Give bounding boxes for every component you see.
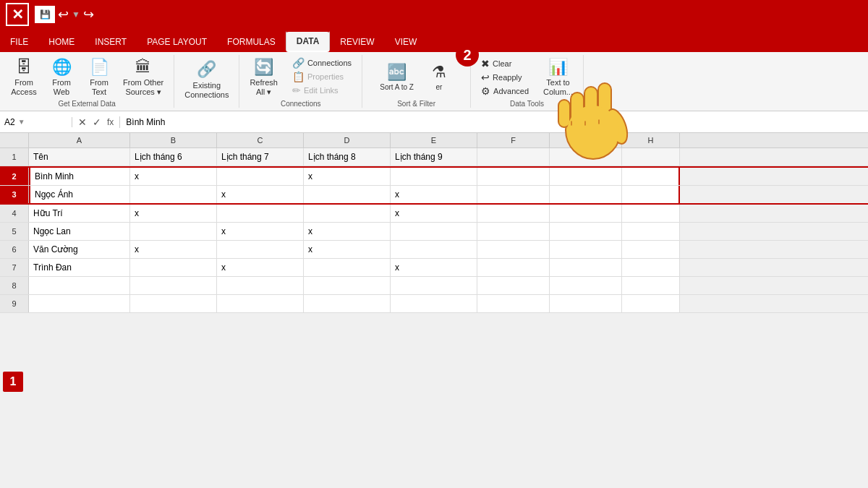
cell-a5[interactable]: Ngọc Lan bbox=[29, 223, 130, 240]
cell-f6[interactable] bbox=[477, 241, 550, 258]
cell-b3[interactable] bbox=[130, 186, 217, 203]
tab-home[interactable]: HOME bbox=[38, 32, 85, 52]
existing-connections-button[interactable]: 🔗 Existing Connections bbox=[180, 59, 233, 101]
cell-c7[interactable]: x bbox=[217, 259, 304, 276]
cell-e1[interactable]: Lịch tháng 9 bbox=[391, 148, 477, 166]
cell-b9[interactable] bbox=[130, 295, 217, 312]
cell-h7[interactable] bbox=[622, 259, 680, 276]
save-icon[interactable]: 💾 bbox=[35, 6, 55, 23]
redo-icon[interactable]: ↪ bbox=[83, 7, 94, 22]
cell-c8[interactable] bbox=[217, 277, 304, 294]
cell-h3[interactable] bbox=[622, 186, 680, 203]
tab-insert[interactable]: INSERT bbox=[85, 32, 137, 52]
cancel-formula-icon[interactable]: ✕ bbox=[78, 116, 87, 128]
cell-e3[interactable]: x bbox=[391, 186, 477, 203]
cell-b1[interactable]: Lịch tháng 6 bbox=[130, 148, 217, 166]
cell-f5[interactable] bbox=[477, 223, 550, 240]
cell-e2[interactable] bbox=[391, 168, 477, 185]
cell-h1[interactable] bbox=[622, 148, 680, 166]
tab-view[interactable]: VIEW bbox=[385, 32, 427, 52]
cell-e4[interactable]: x bbox=[391, 205, 477, 222]
cell-g3[interactable] bbox=[550, 186, 622, 203]
cell-c4[interactable] bbox=[217, 205, 304, 222]
cell-f3[interactable] bbox=[477, 186, 550, 203]
cell-a7[interactable]: Trình Đan bbox=[29, 259, 130, 276]
cell-f9[interactable] bbox=[477, 295, 550, 312]
cell-f7[interactable] bbox=[477, 259, 550, 276]
cell-a8[interactable] bbox=[29, 277, 130, 294]
sort-ascending-button[interactable]: 🔤 Sort A to Z bbox=[375, 56, 418, 98]
advanced-button[interactable]: ⚙ Advanced bbox=[477, 85, 533, 98]
cell-c1[interactable]: Lịch tháng 7 bbox=[217, 148, 304, 166]
cell-e7[interactable]: x bbox=[391, 259, 477, 276]
cell-g9[interactable] bbox=[550, 295, 622, 312]
cell-d3[interactable] bbox=[304, 186, 391, 203]
tab-formulas[interactable]: FORMULAS bbox=[217, 32, 286, 52]
cell-c9[interactable] bbox=[217, 295, 304, 312]
cell-h2[interactable] bbox=[622, 168, 680, 185]
cell-e9[interactable] bbox=[391, 295, 477, 312]
cell-a1[interactable]: Tên bbox=[29, 148, 130, 166]
clear-button[interactable]: ✖ Clear bbox=[477, 57, 533, 70]
cell-h5[interactable] bbox=[622, 223, 680, 240]
insert-function-icon[interactable]: fx bbox=[107, 117, 114, 127]
from-access-button[interactable]: 🗄 From Access bbox=[6, 56, 42, 98]
reapply-button[interactable]: ↩ Reapply bbox=[477, 71, 533, 84]
cell-ref-dropdown-icon[interactable]: ▼ bbox=[18, 118, 25, 126]
cell-h6[interactable] bbox=[622, 241, 680, 258]
cell-b5[interactable] bbox=[130, 223, 217, 240]
connections-button[interactable]: 🔗 Connections bbox=[288, 56, 356, 69]
cell-f2[interactable] bbox=[477, 168, 550, 185]
undo-icon[interactable]: ↩ bbox=[58, 7, 69, 22]
cell-a4[interactable]: Hữu Trí bbox=[29, 205, 130, 222]
cell-h9[interactable] bbox=[622, 295, 680, 312]
cell-c3[interactable]: x bbox=[217, 186, 304, 203]
cell-e8[interactable] bbox=[391, 277, 477, 294]
cell-g2[interactable] bbox=[550, 168, 622, 185]
cell-a2[interactable]: Bình Minh bbox=[29, 168, 130, 185]
cell-d2[interactable]: x bbox=[304, 168, 391, 185]
cell-b2[interactable]: x bbox=[130, 168, 217, 185]
cell-c5[interactable]: x bbox=[217, 223, 304, 240]
from-web-button[interactable]: 🌐 From Web bbox=[43, 56, 80, 98]
cell-f8[interactable] bbox=[477, 277, 550, 294]
cell-e5[interactable] bbox=[391, 223, 477, 240]
properties-button[interactable]: 📋 Properties bbox=[288, 70, 356, 83]
tab-page-layout[interactable]: PAGE LAYOUT bbox=[137, 32, 217, 52]
tab-review[interactable]: REVIEW bbox=[330, 32, 384, 52]
tab-data[interactable]: DATA bbox=[286, 30, 331, 52]
cell-h4[interactable] bbox=[622, 205, 680, 222]
cell-d7[interactable] bbox=[304, 259, 391, 276]
cell-d8[interactable] bbox=[304, 277, 391, 294]
cell-d1[interactable]: Lịch tháng 8 bbox=[304, 148, 391, 166]
cell-reference-box[interactable]: A2 ▼ bbox=[0, 117, 72, 127]
cell-e6[interactable] bbox=[391, 241, 477, 258]
from-other-sources-button[interactable]: 🏛 From Other Sources ▾ bbox=[119, 56, 168, 98]
cell-d6[interactable]: x bbox=[304, 241, 391, 258]
cell-b8[interactable] bbox=[130, 277, 217, 294]
tab-file[interactable]: FILE bbox=[0, 32, 38, 52]
cell-g5[interactable] bbox=[550, 223, 622, 240]
cell-b6[interactable]: x bbox=[130, 241, 217, 258]
cell-g1[interactable] bbox=[550, 148, 622, 166]
cell-g4[interactable] bbox=[550, 205, 622, 222]
cell-f4[interactable] bbox=[477, 205, 550, 222]
cell-d5[interactable]: x bbox=[304, 223, 391, 240]
cell-a6[interactable]: Văn Cường bbox=[29, 241, 130, 258]
cell-g7[interactable] bbox=[550, 259, 622, 276]
cell-f1[interactable] bbox=[477, 148, 550, 166]
confirm-formula-icon[interactable]: ✓ bbox=[93, 116, 101, 128]
cell-d9[interactable] bbox=[304, 295, 391, 312]
cell-b7[interactable] bbox=[130, 259, 217, 276]
refresh-all-button[interactable]: 🔄 Refresh All ▾ bbox=[245, 56, 282, 98]
cell-a3[interactable]: Ngọc Ánh bbox=[29, 186, 130, 203]
cell-h8[interactable] bbox=[622, 277, 680, 294]
text-to-columns-button[interactable]: 📊 Text to Colum... bbox=[539, 56, 577, 98]
cell-d4[interactable] bbox=[304, 205, 391, 222]
cell-g8[interactable] bbox=[550, 277, 622, 294]
cell-b4[interactable]: x bbox=[130, 205, 217, 222]
edit-links-button[interactable]: ✏ Edit Links bbox=[288, 84, 356, 97]
filter-button[interactable]: ⚗ er bbox=[421, 56, 457, 98]
cell-a9[interactable] bbox=[29, 295, 130, 312]
cell-c6[interactable] bbox=[217, 241, 304, 258]
